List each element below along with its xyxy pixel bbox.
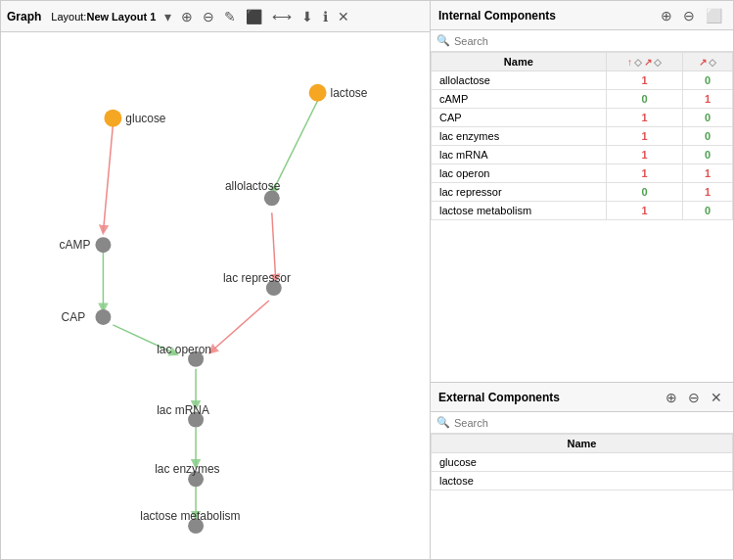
- internal-row-name: lac mRNA: [432, 146, 607, 164]
- layout-label: Layout:New Layout 1: [51, 11, 156, 23]
- add-btn[interactable]: ⊕: [178, 9, 196, 24]
- svg-point-15: [95, 237, 111, 253]
- internal-row-name: lactose metabolism: [432, 202, 607, 220]
- internal-col-up[interactable]: ↑ ◇ ↗ ◇: [606, 53, 683, 71]
- internal-row-name: cAMP: [432, 90, 607, 109]
- info-btn[interactable]: ℹ: [320, 9, 331, 24]
- external-row-name: glucose: [432, 453, 733, 472]
- svg-text:lactose: lactose: [331, 86, 368, 100]
- external-components-panel: External Components ⊕ ⊖ ✕ 🔍 Name: [431, 383, 733, 559]
- up-sort-down-icon: ◇: [634, 57, 642, 68]
- internal-row-down: 1: [683, 90, 733, 109]
- internal-row-up: 1: [606, 71, 683, 90]
- internal-row-down: 0: [683, 202, 733, 220]
- internal-row-up: 1: [606, 127, 683, 146]
- link-btn[interactable]: ⟷: [269, 9, 295, 24]
- up-arrow-down-icon: ◇: [654, 57, 662, 68]
- internal-row-down: 0: [683, 127, 733, 146]
- internal-row-down: 0: [683, 146, 733, 164]
- external-search-input[interactable]: [454, 417, 727, 429]
- external-search-icon: 🔍: [436, 416, 450, 429]
- internal-row-down: 0: [683, 71, 733, 90]
- external-col-name: Name: [432, 435, 733, 453]
- external-table-row[interactable]: glucose: [432, 453, 733, 472]
- svg-text:lac mRNA: lac mRNA: [157, 403, 209, 417]
- internal-row-down: 1: [683, 183, 733, 202]
- external-close-btn[interactable]: ✕: [708, 390, 725, 405]
- internal-row-up: 1: [606, 146, 683, 164]
- internal-table-row[interactable]: lac enzymes 1 0: [432, 127, 733, 146]
- internal-row-name: lac operon: [432, 164, 607, 183]
- up-arrow-icon: ↗: [644, 57, 652, 68]
- svg-text:lac operon: lac operon: [157, 343, 211, 356]
- internal-table-row[interactable]: lac operon 1 1: [432, 164, 733, 183]
- svg-text:glucose: glucose: [125, 112, 166, 125]
- svg-text:allolactose: allolactose: [225, 179, 281, 193]
- svg-text:CAP: CAP: [62, 310, 86, 324]
- internal-search-input[interactable]: [454, 35, 727, 47]
- graph-title: Graph: [7, 10, 41, 23]
- up-sort-icon: ↑: [627, 57, 632, 68]
- internal-table-row[interactable]: lac mRNA 1 0: [432, 146, 733, 164]
- external-table-scroll[interactable]: Name glucoselactose: [431, 434, 733, 559]
- graph-svg: glucose lactose cAMP allolactose CAP lac…: [1, 32, 430, 559]
- external-panel-title: External Components: [438, 391, 560, 404]
- internal-panel-controls: ⊕ ⊖ ⬜: [658, 8, 725, 23]
- external-row-name: lactose: [432, 472, 733, 490]
- internal-table-row[interactable]: lactose metabolism 1 0: [432, 202, 733, 220]
- right-panel: Internal Components ⊕ ⊖ ⬜ 🔍 Name: [431, 0, 734, 560]
- internal-row-down: 1: [683, 164, 733, 183]
- internal-add-btn[interactable]: ⊕: [658, 8, 675, 23]
- internal-panel-header: Internal Components ⊕ ⊖ ⬜: [431, 1, 733, 30]
- internal-components-panel: Internal Components ⊕ ⊖ ⬜ 🔍 Name: [431, 1, 733, 383]
- internal-expand-btn[interactable]: ⬜: [703, 8, 725, 23]
- export-btn[interactable]: ⬇: [298, 9, 316, 24]
- internal-panel-title: Internal Components: [438, 9, 556, 23]
- svg-point-13: [309, 84, 327, 102]
- internal-row-down: 0: [683, 109, 733, 127]
- layout-dropdown-btn[interactable]: ▾: [161, 9, 174, 24]
- svg-point-19: [95, 309, 111, 325]
- remove-btn[interactable]: ⊖: [200, 9, 217, 24]
- internal-row-name: lac enzymes: [432, 127, 607, 146]
- internal-row-up: 1: [606, 164, 683, 183]
- internal-search-icon: 🔍: [436, 34, 450, 47]
- svg-text:lac repressor: lac repressor: [223, 271, 291, 285]
- internal-remove-btn[interactable]: ⊖: [680, 8, 698, 23]
- internal-row-up: 1: [606, 202, 683, 220]
- external-table-row[interactable]: lactose: [432, 472, 733, 490]
- external-remove-btn[interactable]: ⊖: [685, 390, 703, 405]
- camera-btn[interactable]: ⬛: [243, 9, 265, 24]
- internal-row-up: 0: [606, 183, 683, 202]
- external-panel-header: External Components ⊕ ⊖ ✕: [431, 383, 733, 412]
- internal-table-row[interactable]: lac repressor 0 1: [432, 183, 733, 202]
- svg-text:lac enzymes: lac enzymes: [155, 462, 219, 476]
- internal-table: Name ↑ ◇ ↗ ◇ ↗: [431, 52, 733, 220]
- external-add-btn[interactable]: ⊕: [663, 390, 680, 405]
- internal-table-row[interactable]: allolactose 1 0: [432, 71, 733, 90]
- svg-point-11: [104, 110, 121, 127]
- graph-panel: Graph Layout:New Layout 1 ▾ ⊕ ⊖ ✎ ⬛ ⟷ ⬇ …: [0, 0, 431, 560]
- external-panel-controls: ⊕ ⊖ ✕: [663, 390, 725, 405]
- internal-row-name: lac repressor: [432, 183, 607, 202]
- internal-row-up: 0: [606, 90, 683, 109]
- internal-row-name: CAP: [432, 109, 607, 127]
- edit-btn[interactable]: ✎: [221, 9, 239, 24]
- internal-col-name: Name: [432, 53, 607, 71]
- internal-col-down[interactable]: ↗ ◇: [683, 53, 733, 71]
- close-graph-btn[interactable]: ✕: [335, 9, 352, 24]
- svg-text:lactose metabolism: lactose metabolism: [140, 509, 240, 523]
- graph-canvas[interactable]: glucose lactose cAMP allolactose CAP lac…: [1, 32, 430, 559]
- down-arrow-down-icon: ◇: [709, 57, 716, 68]
- internal-search-bar: 🔍: [431, 30, 733, 52]
- internal-table-scroll[interactable]: Name ↑ ◇ ↗ ◇ ↗: [431, 52, 733, 382]
- down-arrow-icon: ↗: [699, 57, 707, 68]
- svg-text:cAMP: cAMP: [60, 238, 91, 252]
- svg-line-0: [103, 125, 113, 233]
- internal-row-up: 1: [606, 109, 683, 127]
- internal-table-row[interactable]: cAMP 0 1: [432, 90, 733, 109]
- internal-row-name: allolactose: [432, 71, 607, 90]
- svg-line-5: [210, 301, 269, 352]
- external-search-bar: 🔍: [431, 412, 733, 434]
- internal-table-row[interactable]: CAP 1 0: [432, 109, 733, 127]
